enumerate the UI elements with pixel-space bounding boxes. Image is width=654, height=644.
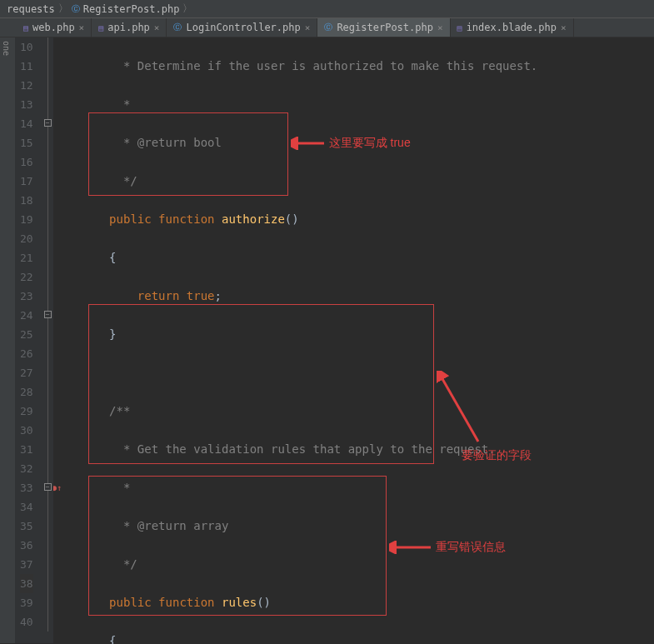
breadcrumb: requests 〉 Ⓒ RegisterPost.php 〉	[0, 0, 654, 18]
comment-text: * @return array	[117, 519, 229, 532]
close-icon[interactable]: ×	[154, 22, 160, 33]
close-icon[interactable]: ×	[305, 22, 311, 33]
tab-label: api.php	[107, 22, 150, 33]
code-area[interactable]: * Determine if the user is authorized to…	[53, 37, 654, 643]
fold-toggle-icon[interactable]: −	[44, 311, 52, 318]
keyword: public	[109, 212, 152, 226]
fold-column[interactable]: − − −	[42, 37, 53, 643]
keyword: function	[158, 596, 214, 609]
comment-text: /**	[109, 404, 130, 417]
keyword: return	[137, 289, 180, 302]
code-text: ;	[215, 289, 222, 302]
line-gutter: 10111213 14151617 18192021 22232425 2627…	[15, 37, 42, 643]
close-icon[interactable]: ×	[437, 22, 443, 33]
code-text: ()	[285, 212, 299, 226]
keyword: function	[158, 212, 214, 226]
fold-toggle-icon[interactable]: −	[44, 483, 52, 491]
code-text: ()	[257, 596, 271, 609]
class-file-icon: Ⓒ	[173, 22, 182, 33]
code-editor[interactable]: one 10111213 14151617 18192021 22232425 …	[0, 37, 654, 643]
tab-api-php[interactable]: ▤ api.php ×	[92, 18, 167, 37]
tab-label: index.blade.php	[467, 22, 557, 33]
breadcrumb-item[interactable]: RegisterPost.php	[83, 3, 180, 15]
fold-toggle-icon[interactable]: −	[44, 119, 52, 127]
breadcrumb-item[interactable]: requests	[7, 3, 55, 15]
tab-label: web.php	[32, 22, 75, 33]
tab-index-blade[interactable]: ▤ index.blade.php ×	[451, 18, 574, 37]
comment-text: * Get the validation rules that apply to…	[117, 442, 496, 456]
breadcrumb-separator: 〉	[58, 2, 68, 16]
keyword: public	[109, 596, 152, 609]
tab-web-php[interactable]: ▤ web.php ×	[17, 18, 92, 37]
php-file-icon: ▤	[23, 23, 28, 32]
comment-text: */	[117, 174, 137, 187]
brace: {	[109, 634, 116, 644]
brace: }	[109, 327, 116, 341]
comment-text: *	[117, 97, 131, 111]
comment-text: *	[117, 481, 131, 494]
brace: {	[109, 251, 116, 264]
keyword: true	[187, 289, 215, 302]
tab-register-post[interactable]: Ⓒ RegisterPost.php ×	[317, 18, 450, 37]
tab-login-controller[interactable]: Ⓒ LoginController.php ×	[167, 18, 317, 37]
comment-text: */	[117, 557, 137, 571]
close-icon[interactable]: ×	[561, 22, 567, 33]
annotation-text: 重写错误信息	[436, 537, 506, 557]
class-icon: Ⓒ	[72, 3, 80, 15]
comment-text: * @return bool	[117, 136, 222, 149]
editor-tabs: ▤ web.php × ▤ api.php × Ⓒ LoginControlle…	[0, 18, 654, 37]
close-icon[interactable]: ×	[79, 22, 85, 33]
breadcrumb-separator: 〉	[182, 2, 192, 16]
annotation-arrow: 重写错误信息	[389, 537, 506, 557]
class-file-icon: Ⓒ	[324, 22, 332, 33]
tab-label: LoginController.php	[186, 22, 300, 33]
php-file-icon: ▤	[457, 23, 462, 32]
function-name: rules	[222, 596, 257, 609]
function-name: authorize	[222, 212, 285, 226]
comment-text: * Determine if the user is authorized to…	[117, 59, 538, 72]
php-file-icon: ▤	[98, 23, 103, 32]
side-panel-label: one	[0, 37, 15, 643]
tab-label: RegisterPost.php	[337, 22, 433, 33]
